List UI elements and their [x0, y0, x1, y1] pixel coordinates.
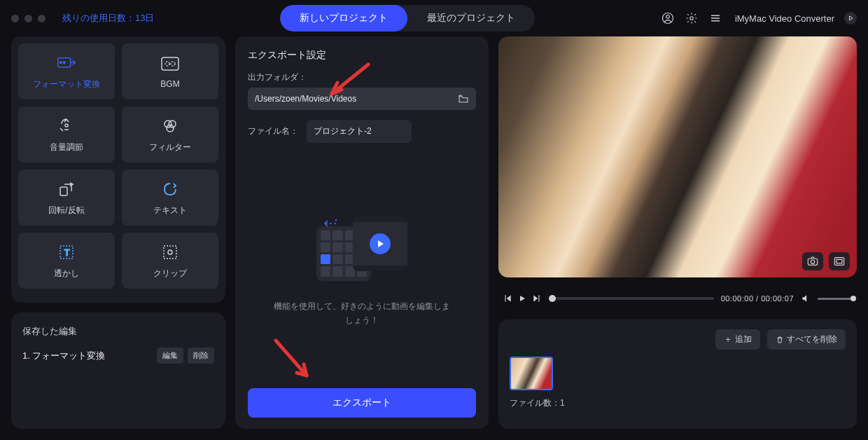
tool-filter[interactable]: フィルター: [122, 106, 218, 163]
svg-point-20: [811, 260, 814, 263]
svg-rect-22: [836, 259, 842, 263]
svg-point-13: [167, 125, 174, 132]
svg-marker-3: [850, 16, 853, 20]
output-folder-label: 出力フォルダ：: [248, 71, 476, 83]
tool-label: フィルター: [149, 142, 191, 153]
account-icon[interactable]: [661, 11, 675, 25]
app-name-label: iMyMac Video Converter: [735, 13, 834, 24]
export-hint-text: 機能を使用して、好きのように動画を編集しましょう！: [271, 299, 453, 328]
saved-edits-panel: 保存した編集 1. フォーマット変換 編集 削除: [11, 312, 225, 429]
project-tabs: 新しいプロジェクト 最近のプロジェクト: [280, 5, 535, 32]
svg-rect-7: [162, 57, 178, 70]
tab-new-project[interactable]: 新しいプロジェクト: [280, 5, 407, 32]
preview-frame: [498, 36, 857, 277]
volume-icon[interactable]: [801, 294, 811, 303]
browse-folder-icon[interactable]: [458, 93, 469, 104]
video-preview: [498, 36, 857, 277]
filter-icon: [160, 116, 180, 136]
time-display: 00:00:00 / 00:00:07: [721, 294, 794, 303]
filename-label: ファイル名：: [248, 125, 298, 137]
export-settings-title: エクスポート設定: [248, 49, 476, 62]
app-logo-icon: [844, 12, 857, 25]
tool-label: 透かし: [54, 268, 79, 280]
svg-point-5: [60, 61, 62, 62]
settings-icon[interactable]: [685, 11, 699, 25]
delete-button[interactable]: 削除: [188, 348, 214, 364]
file-list-panel: ＋追加 すべてを削除 ファイル数：1: [498, 319, 857, 429]
tool-text[interactable]: テキスト: [122, 170, 218, 226]
tool-rotate[interactable]: 回転/反転: [18, 170, 115, 226]
snapshot-icon[interactable]: [802, 252, 823, 270]
saved-edit-name: 1. フォーマット変換: [22, 350, 105, 362]
svg-rect-21: [834, 258, 844, 266]
window-controls[interactable]: [11, 15, 46, 22]
svg-point-6: [63, 61, 64, 62]
tool-label: BGM: [160, 79, 179, 89]
svg-rect-17: [164, 246, 176, 259]
file-count-label: ファイル数：1: [510, 397, 846, 409]
volume-slider[interactable]: [818, 298, 853, 300]
play-button[interactable]: [518, 294, 526, 303]
tool-format-convert[interactable]: フォーマット変換: [18, 43, 115, 99]
film-convert-icon: [57, 53, 76, 73]
svg-point-18: [168, 250, 172, 254]
tool-label: フォーマット変換: [33, 78, 100, 90]
tool-volume[interactable]: 音量調節: [18, 106, 115, 163]
export-button[interactable]: エクスポート: [248, 388, 476, 418]
menu-icon[interactable]: [708, 11, 722, 25]
svg-text:T: T: [64, 248, 70, 258]
edit-button[interactable]: 編集: [157, 348, 183, 364]
seek-bar[interactable]: [549, 297, 714, 300]
svg-rect-14: [60, 187, 67, 195]
svg-point-12: [169, 121, 176, 128]
tool-label: クリップ: [153, 268, 187, 280]
output-folder-field[interactable]: /Users/zoen/Movies/Videos: [248, 88, 476, 110]
tool-label: 音量調節: [50, 142, 83, 153]
bgm-icon: [160, 54, 180, 74]
svg-point-1: [666, 15, 670, 19]
tool-watermark[interactable]: T 透かし: [18, 233, 115, 289]
export-settings-panel: エクスポート設定 出力フォルダ： /Users/zoen/Movies/Vide…: [235, 36, 489, 429]
volume-icon: [57, 116, 76, 136]
tool-bgm[interactable]: BGM: [122, 43, 218, 99]
filename-field[interactable]: プロジェクト-2: [307, 120, 412, 143]
svg-point-10: [65, 124, 68, 127]
svg-point-2: [690, 17, 694, 20]
delete-all-button[interactable]: すべてを削除: [767, 329, 846, 350]
tool-palette: フォーマット変換 BGM 音量調節: [11, 36, 225, 303]
saved-edits-title: 保存した編集: [22, 325, 214, 338]
trial-days-label: 残りの使用日数：13日: [62, 12, 154, 25]
tool-label: 回転/反転: [48, 205, 84, 216]
svg-point-9: [171, 62, 175, 66]
seek-handle[interactable]: [549, 295, 556, 302]
watermark-icon: T: [57, 242, 76, 262]
player-controls: 00:00:00 / 00:00:07: [498, 287, 857, 310]
clip-icon: [160, 242, 180, 262]
tool-clip[interactable]: クリップ: [122, 233, 218, 289]
saved-edit-row: 1. フォーマット変換 編集 削除: [22, 348, 214, 364]
file-thumbnail[interactable]: [510, 357, 553, 390]
tab-recent-projects[interactable]: 最近のプロジェクト: [407, 5, 535, 32]
rotate-icon: [57, 179, 76, 199]
add-file-button[interactable]: ＋追加: [715, 329, 760, 350]
output-folder-value: /Users/zoen/Movies/Videos: [255, 94, 356, 104]
fullscreen-icon[interactable]: [829, 252, 850, 270]
tool-label: テキスト: [153, 205, 187, 216]
filename-value: プロジェクト-2: [314, 126, 372, 136]
next-button[interactable]: [532, 294, 542, 303]
svg-point-8: [165, 62, 169, 66]
export-illustration: [316, 216, 407, 287]
prev-button[interactable]: [503, 294, 512, 303]
text-icon: [160, 179, 180, 199]
svg-rect-19: [808, 259, 817, 265]
